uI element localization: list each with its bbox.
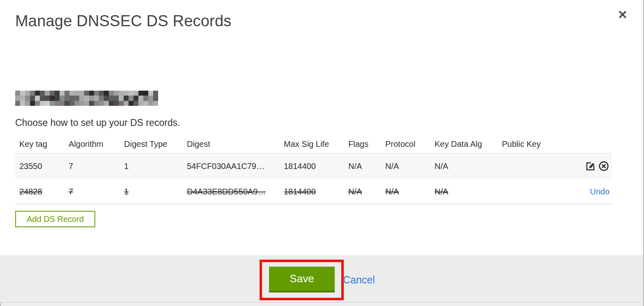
cell-algorithm: 7 [69, 187, 124, 196]
manage-dnssec-modal: Manage DNSSEC DS Records ✕ Choose how to… [0, 0, 643, 306]
table-row: 23550 7 1 54FCF030AA1C79… 1814400 N/A N/… [15, 153, 612, 179]
cell-digest-type: 1 [124, 187, 187, 196]
page-title: Manage DNSSEC DS Records [15, 12, 231, 30]
delete-record-button[interactable] [598, 160, 610, 172]
save-button-highlight-annotation: Save [260, 260, 344, 300]
col-header-public-key: Public Key [502, 139, 550, 149]
cell-digest: D4A33E8DD550A9… [187, 187, 284, 196]
cell-key-tag: 24828 [19, 187, 69, 196]
table-row-deleted: 24828 7 1 D4A33E8DD550A9… 1814400 N/A N/… [15, 179, 612, 204]
cell-flags: N/A [348, 187, 385, 196]
col-header-key-data-alg: Key Data Alg [435, 139, 502, 149]
cell-protocol: N/A [385, 162, 435, 171]
cell-key-data-alg: N/A [435, 187, 502, 196]
page-background-strip [0, 303, 644, 306]
col-header-protocol: Protocol [385, 139, 435, 149]
col-header-algorithm: Algorithm [69, 139, 124, 149]
page: { "modal": { "title": "Manage DNSSEC DS … [0, 0, 644, 306]
undo-link[interactable]: Undo [590, 187, 610, 196]
col-header-max-sig-life: Max Sig Life [284, 139, 348, 149]
close-icon[interactable]: ✕ [615, 7, 630, 22]
cancel-link[interactable]: Cancel [343, 274, 375, 286]
cell-digest-type: 1 [124, 162, 187, 171]
save-button[interactable]: Save [269, 267, 335, 292]
cell-flags: N/A [348, 162, 385, 171]
col-header-digest: Digest [187, 139, 284, 149]
redacted-domain-name [15, 91, 158, 106]
col-header-digest-type: Digest Type [124, 139, 187, 149]
cell-digest: 54FCF030AA1C79… [187, 162, 284, 171]
edit-record-button[interactable] [584, 160, 596, 172]
edit-icon [584, 160, 596, 172]
table-header-row: Key tag Algorithm Digest Type Digest Max… [15, 135, 612, 153]
modal-footer: Save Cancel [0, 255, 644, 303]
cell-max-sig-life: 1814400 [284, 187, 348, 196]
ds-records-table: Key tag Algorithm Digest Type Digest Max… [15, 135, 612, 204]
row-actions: Undo [550, 187, 612, 196]
cell-max-sig-life: 1814400 [284, 162, 348, 171]
cell-protocol: N/A [385, 187, 435, 196]
cell-key-tag: 23550 [19, 162, 69, 171]
col-header-flags: Flags [348, 139, 385, 149]
row-actions [550, 160, 612, 172]
col-header-key-tag: Key tag [19, 139, 69, 149]
instruction-text: Choose how to set up your DS records. [15, 117, 180, 128]
delete-icon [598, 160, 610, 172]
add-ds-record-button[interactable]: Add DS Record [15, 211, 95, 227]
cell-algorithm: 7 [69, 162, 124, 171]
cell-key-data-alg: N/A [435, 162, 502, 171]
